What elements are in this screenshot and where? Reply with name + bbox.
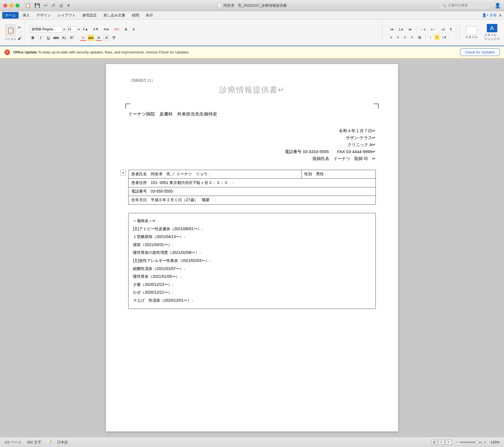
undo-icon[interactable]: ↩ [44,3,48,8]
increase-indent-btn[interactable]: ≡→ [429,27,438,32]
update-close-btn[interactable]: ✕ [4,50,10,55]
show-marks-btn[interactable]: ¶ [448,27,454,32]
doc-title[interactable]: 診療情報提供書↵ [128,85,376,95]
sort-btn[interactable]: ↕A [439,27,447,32]
diagnosis-line-1[interactable]: [主]アトピー性皮膚炎（2021/08/01〜）↓ [133,225,371,233]
bullets-btn[interactable]: ≡▾ [388,27,396,32]
zoom-thumb[interactable] [475,441,479,444]
diagnosis-box[interactable]: ＜傷病名＞↵ [主]アトピー性皮膚炎（2021/08/01〜）↓ １型糖尿病（2… [128,213,376,309]
justify-btn[interactable]: ≡ [409,35,415,40]
ruby-icon[interactable]: 字 [112,35,116,40]
user-icon[interactable]: 👤 [495,3,501,9]
font-selector[interactable]: 游明朝 Regula... [29,26,63,33]
menu-insert[interactable]: 挿入 [20,12,33,19]
doctor-line[interactable]: 医師氏名 ドーナツ 医師 印 ↵ [128,156,376,161]
border-btn[interactable]: □▾ [441,35,448,40]
diagnosis-line-2[interactable]: １型糖尿病（2021/04/13〜）↓ [133,233,371,240]
shading-btn[interactable]: ▪ [434,35,439,40]
zoom-in-btn[interactable]: + [484,440,486,444]
style-button[interactable]: スタイル [463,25,480,40]
align-right-btn[interactable]: ≡ [402,35,408,40]
paste-label[interactable]: ペースト [4,37,17,41]
columns-btn[interactable]: ▥ [416,35,423,40]
format-painter-icon[interactable]: 🖌 [18,36,23,40]
patient-dob-cell[interactable]: 生年月日 平成６年２月１日（27歳） 職業 ↵ [129,196,376,205]
align-left-btn[interactable]: ≡ [388,35,394,40]
patient-address-cell[interactable]: 患者住所 151- 0051 東京都渋谷区千駄ヶ谷３－３－３ ↵ [129,179,376,187]
clinic-name1[interactable]: サザン-テラス↵ [128,135,376,141]
menu-layout[interactable]: レイアウト [55,12,78,19]
size-dropdown-icon[interactable]: ▾ [78,28,80,31]
text-box-btn[interactable]: A [103,35,110,41]
collapse-icon[interactable]: ∧ [499,13,502,17]
menu-home[interactable]: ホーム [2,12,19,19]
menu-review[interactable]: 校閲 [129,12,142,19]
minimize-button[interactable] [9,4,13,8]
cut-icon[interactable]: ✂ [18,25,23,30]
bold-btn[interactable]: B [29,35,36,41]
diagnosis-line-7[interactable]: 慢性胃炎（2021/01/05〜）↓ [133,273,371,280]
menu-references[interactable]: 参照設定 [80,12,100,19]
patient-phone-cell[interactable]: 電話番号 03-555-5555↵ [129,187,376,196]
diagnosis-line-6[interactable]: 細菌性湿疹（2021/01/07〜）↓ [133,265,371,272]
text-style-btn[interactable]: A [130,26,137,32]
patient-gender-cell[interactable]: 性別 男性↵ [302,170,376,179]
numbering-btn[interactable]: 1.▾ [397,27,405,32]
diagnosis-line-10[interactable]: マ上げ 性湿疹（2020/12/01〜）↓ [133,297,371,304]
date-line[interactable]: 令和４年１月７日↵ [128,128,376,134]
web-view-icon[interactable]: ≡ [438,440,444,445]
proofread-icon[interactable]: 📝 [47,440,51,444]
font-case-btn[interactable]: Aa▾ [102,27,111,32]
chevron-down-icon[interactable]: ▾ [67,3,70,8]
phone-fax-line[interactable]: 電話番号 03-3333-5555 FAX 03-4444-9999↵ [128,149,376,154]
close-button[interactable] [3,4,7,8]
paste-icon[interactable]: 📋 [5,24,16,36]
patient-name-cell[interactable]: 患者氏名 同奈津 亮 ／ ドーナツ リョウ ↵ [129,170,302,179]
outline-view-icon[interactable]: ≡ [446,440,452,445]
clipboard-icon[interactable]: 📋 [25,3,31,8]
zoom-level[interactable]: 143% [490,440,500,444]
diagnosis-line-5[interactable]: [主]急性アレルギー性鼻炎（2021/02/03〜）↓ [133,257,371,264]
save-icon[interactable]: 💾 [34,3,40,8]
align-center-btn[interactable]: ≡ [395,35,401,40]
font-color-btn[interactable]: A [80,35,87,41]
menu-view[interactable]: 表示 [143,12,156,19]
superscript-btn[interactable]: X² [68,35,75,41]
underline-btn[interactable]: U [45,35,52,41]
zoom-out-btn[interactable]: − [456,440,458,444]
decrease-font-btn[interactable]: A▼ [91,26,101,32]
font-dropdown-icon[interactable]: ▾ [63,28,65,31]
diagnosis-header[interactable]: ＜傷病名＞↵ [133,217,371,225]
menu-design[interactable]: デザイン [34,12,54,19]
decrease-indent-btn[interactable]: ←≡ [419,27,428,32]
multilevel-btn[interactable]: ≡▾ [406,27,414,32]
strikethrough-btn[interactable]: abc [53,35,60,41]
diagnosis-line-4[interactable]: 慢性胃炎の急性増悪（2021/02/08〜）↓ [133,249,371,256]
style-window-button[interactable]: A スタイル ウィンドウ [482,23,502,42]
text-bg-btn[interactable]: A [95,35,102,41]
highlight-btn[interactable]: abc [88,35,94,41]
print-icon[interactable]: 🖨 [59,3,63,8]
check-updates-button[interactable]: Check for Updates [460,48,500,56]
search-bar[interactable]: 🔍 文書内を検索 [440,2,490,9]
clinic-name2[interactable]: クリニック A↵ [128,142,376,148]
print-view-icon[interactable]: ▥ [431,440,437,445]
font-size-input[interactable]: 13 [66,26,77,32]
italic-btn[interactable]: I [37,35,44,41]
language[interactable]: 日本語 [57,440,68,445]
line-spacing-btn[interactable]: ↕ [428,35,433,40]
subscript-btn[interactable]: X₂ [61,35,67,41]
text-effects-btn[interactable]: A [123,26,129,32]
diagnosis-line-3[interactable]: 感冒（2021/03/31〜）↓ [133,241,371,249]
recipient-line[interactable]: ドーナツ病院 皮膚科 外来担当先生御侍史 [128,111,376,117]
maximize-button[interactable] [16,4,19,8]
diagnosis-line-9[interactable]: かぜ（2020/12/21〜）↓ [133,289,371,296]
redo-icon[interactable]: ↺ [51,3,55,8]
increase-font-btn[interactable]: A▲ [81,26,90,32]
share-icon[interactable]: 👤+ 共有 [482,13,497,18]
zoom-slider[interactable] [460,442,482,443]
patient-table[interactable]: 患者氏名 同奈津 亮 ／ ドーナツ リョウ ↵ 性別 男性↵ 患者住所 151-… [128,170,376,205]
clear-format-btn[interactable]: abc [112,26,121,32]
diagnosis-line-8[interactable]: ざ瘡（2020/12/23〜）↓ [133,281,371,288]
copy-icon[interactable]: 📄 [18,31,23,35]
